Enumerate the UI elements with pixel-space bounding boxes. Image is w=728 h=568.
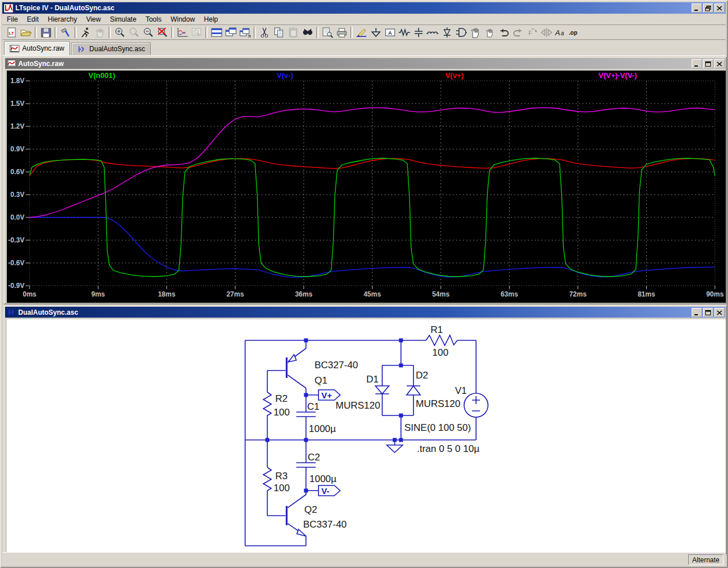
undo-button[interactable] [497, 26, 511, 39]
menu-edit[interactable]: Edit [22, 15, 43, 24]
zoom-in-button[interactable] [113, 26, 127, 39]
wave-minimize-button[interactable] [692, 59, 702, 68]
waveform-window-titlebar[interactable]: AutoSync.raw [5, 58, 725, 69]
schematic-window-titlebar[interactable]: DualAutoSync.asc [5, 307, 725, 318]
autorange-y-axis-button[interactable] [175, 26, 189, 39]
schem-label-1000-: 1000µ [309, 474, 337, 484]
zoom-out-button[interactable] [141, 26, 155, 39]
legend-V(V+)-V(V-)[interactable]: V(V+)-V(V-) [598, 71, 637, 80]
autorange-y-axis-icon [176, 26, 189, 39]
schem-label-100: 100 [274, 483, 289, 493]
resistor-R3-symbol [263, 467, 271, 493]
legend-V(n001)[interactable]: V(n001) [89, 71, 115, 80]
schem-label-100: 100 [432, 347, 448, 358]
component-button[interactable] [454, 26, 468, 39]
tab-label: DualAutoSync.asc [89, 45, 145, 53]
x-tick-label: 27ms [226, 290, 244, 298]
open-button[interactable] [19, 26, 33, 39]
new-schematic-icon: LT [5, 26, 19, 39]
schem-label-MURS120: MURS120 [416, 398, 460, 409]
zoom-full-extents-button[interactable] [155, 26, 169, 39]
tile-windows-button[interactable] [209, 26, 224, 39]
ground-button[interactable] [369, 26, 383, 39]
schem-maximize-button[interactable] [703, 308, 713, 317]
waveform-window-icon [7, 59, 16, 68]
waveform-plot[interactable]: 1.8V1.5V1.2V0.9V0.6V0.3V0.0V-0.3V-0.6V-0… [7, 71, 726, 303]
schem-label-C2: C2 [308, 452, 320, 463]
schem-label-R2: R2 [275, 393, 288, 404]
pan-button [189, 26, 204, 39]
new-window-button[interactable] [238, 26, 252, 39]
resistor-button[interactable] [397, 26, 411, 39]
drag-button[interactable] [482, 26, 497, 39]
wave-close-button[interactable] [714, 59, 725, 68]
cascade-windows-button[interactable] [224, 26, 238, 39]
legend-V(v-)[interactable]: V(v-) [277, 71, 293, 80]
menu-tools[interactable]: Tools [141, 15, 166, 24]
redo-button [511, 26, 525, 39]
x-tick-label: 36ms [295, 290, 313, 298]
menu-file[interactable]: File [2, 15, 22, 24]
find-icon [301, 26, 315, 39]
x-tick-label: 90ms [706, 290, 724, 298]
main-titlebar[interactable]: LTspice IV - DualAutoSync.asc [2, 2, 726, 14]
restore-button[interactable] [703, 3, 713, 13]
capacitor-button[interactable] [411, 26, 425, 39]
spice-directive-button[interactable]: .op [568, 26, 582, 39]
print-preview-button[interactable] [320, 26, 334, 39]
diode-button[interactable] [440, 26, 454, 39]
menu-simulate[interactable]: Simulate [105, 15, 141, 24]
schem-close-button[interactable] [714, 308, 725, 317]
toolbar-separator [109, 27, 111, 38]
paste-button [286, 26, 300, 39]
zoom-full-extents-icon [156, 26, 169, 39]
open-icon [19, 26, 33, 39]
y-tick-label: 0.3V [10, 191, 24, 199]
cut-icon [258, 26, 272, 39]
capacitor-C1-symbol [296, 412, 316, 417]
menu-hierarchy[interactable]: Hierarchy [43, 15, 81, 24]
close-button[interactable] [714, 3, 725, 13]
schematic-window-icon [7, 308, 16, 316]
resistor-R2-symbol [263, 392, 271, 417]
x-tick-label: 9ms [91, 290, 105, 298]
text-icon: Aa [554, 26, 568, 39]
net-label-button[interactable]: A [383, 26, 397, 39]
run-button[interactable] [78, 26, 93, 39]
schem-minimize-button[interactable] [692, 308, 702, 317]
print-button[interactable] [334, 26, 349, 39]
toolbar-separator [350, 27, 353, 38]
new-schematic-button[interactable]: LT [5, 26, 19, 39]
menu-bar: FileEditHierarchyViewSimulateToolsWindow… [2, 14, 726, 25]
cut-button[interactable] [258, 26, 272, 39]
toolbar-separator [254, 27, 256, 38]
schematic-canvas[interactable]: R1100BC327-40Q1R2100C11000µD1MURS120D2MU… [7, 319, 726, 553]
transistor-Q1-symbol [287, 348, 306, 395]
menu-window[interactable]: Window [166, 15, 200, 24]
menu-view[interactable]: View [81, 15, 105, 24]
svg-text:A: A [388, 30, 392, 35]
tab-autosync-raw[interactable]: AutoSync.raw [4, 41, 70, 55]
resistor-icon [398, 26, 411, 39]
save-button[interactable] [39, 26, 53, 39]
draw-wire-button[interactable] [354, 26, 369, 39]
minimize-button[interactable] [692, 3, 702, 13]
inductor-button[interactable] [425, 26, 440, 39]
resistor-R1-symbol [426, 335, 457, 345]
tab-dualautosync-asc[interactable]: DualAutoSync.asc [71, 42, 151, 55]
print-icon [335, 26, 349, 39]
y-tick-label: 1.8V [10, 77, 24, 85]
text-button[interactable]: Aa [553, 26, 568, 39]
ltspice-logo-icon [4, 4, 13, 13]
ground-icon [369, 26, 383, 39]
copy-icon [272, 26, 286, 39]
copy-button[interactable] [272, 26, 286, 39]
control-panel-button[interactable] [59, 26, 73, 39]
halt-button [93, 26, 107, 39]
legend-V(v+)[interactable]: V(v+) [445, 71, 464, 80]
wave-maximize-button[interactable] [703, 59, 713, 68]
find-button[interactable] [300, 26, 315, 39]
move-button[interactable] [468, 26, 482, 39]
menu-help[interactable]: Help [200, 15, 223, 24]
svg-text:.op: .op [569, 30, 577, 36]
